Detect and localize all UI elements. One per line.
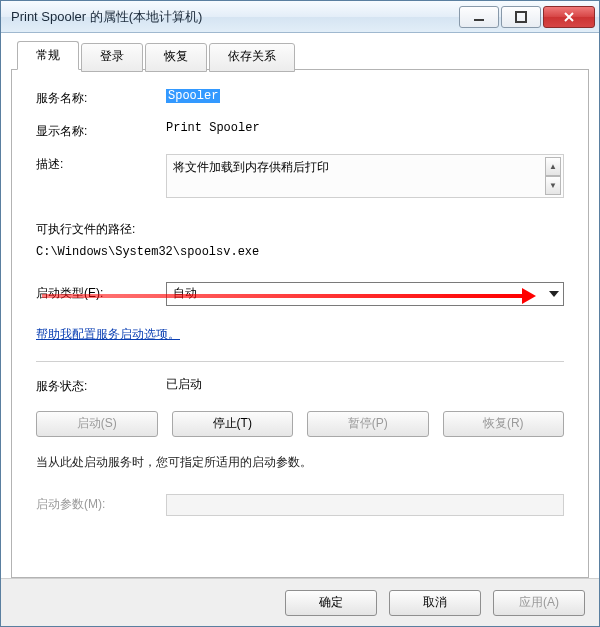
display-name-value: Print Spooler xyxy=(166,121,564,135)
ok-button[interactable]: 确定 xyxy=(285,590,377,616)
chevron-down-icon xyxy=(549,291,559,297)
general-panel: 服务名称: Spooler 显示名称: Print Spooler 描述: 将文… xyxy=(11,69,589,578)
display-name-label: 显示名称: xyxy=(36,121,166,140)
exe-path-value: C:\Windows\System32\spoolsv.exe xyxy=(36,241,564,264)
description-box[interactable]: 将文件加载到内存供稍后打印 ▲ ▼ xyxy=(166,154,564,198)
service-name-value[interactable]: Spooler xyxy=(166,89,220,103)
tab-general[interactable]: 常规 xyxy=(17,41,79,70)
start-params-label: 启动参数(M): xyxy=(36,496,166,513)
titlebar: Print Spooler 的属性(本地计算机) xyxy=(1,1,599,33)
svg-rect-1 xyxy=(516,12,526,22)
cancel-button[interactable]: 取消 xyxy=(389,590,481,616)
service-status-label: 服务状态: xyxy=(36,376,166,395)
properties-dialog: Print Spooler 的属性(本地计算机) 常规 登录 恢复 依存关系 服… xyxy=(0,0,600,627)
close-button[interactable] xyxy=(543,6,595,28)
tab-dependencies[interactable]: 依存关系 xyxy=(209,43,295,72)
exe-path-label: 可执行文件的路径: xyxy=(36,218,564,241)
start-note: 当从此处启动服务时，您可指定所适用的启动参数。 xyxy=(36,453,564,472)
tab-strip: 常规 登录 恢复 依存关系 xyxy=(11,41,589,70)
description-text: 将文件加载到内存供稍后打印 xyxy=(173,160,329,174)
spin-up-icon[interactable]: ▲ xyxy=(545,157,561,176)
service-status-value: 已启动 xyxy=(166,376,564,393)
start-button[interactable]: 启动(S) xyxy=(36,411,158,437)
start-params-input xyxy=(166,494,564,516)
dialog-footer: 确定 取消 应用(A) xyxy=(1,578,599,626)
service-name-label: 服务名称: xyxy=(36,88,166,107)
client-area: 常规 登录 恢复 依存关系 服务名称: Spooler 显示名称: Print … xyxy=(1,33,599,578)
description-label: 描述: xyxy=(36,154,166,173)
resume-button[interactable]: 恢复(R) xyxy=(443,411,565,437)
window-title: Print Spooler 的属性(本地计算机) xyxy=(11,8,457,26)
svg-rect-0 xyxy=(474,19,484,21)
tab-logon[interactable]: 登录 xyxy=(81,43,143,72)
spin-down-icon[interactable]: ▼ xyxy=(545,176,561,195)
startup-type-combo[interactable]: 自动 xyxy=(166,282,564,306)
tab-recovery[interactable]: 恢复 xyxy=(145,43,207,72)
startup-type-label: 启动类型(E): xyxy=(36,285,166,302)
minimize-button[interactable] xyxy=(459,6,499,28)
stop-button[interactable]: 停止(T) xyxy=(172,411,294,437)
startup-type-value: 自动 xyxy=(173,285,197,302)
pause-button[interactable]: 暂停(P) xyxy=(307,411,429,437)
maximize-button[interactable] xyxy=(501,6,541,28)
description-spinner[interactable]: ▲ ▼ xyxy=(545,157,561,195)
help-link[interactable]: 帮助我配置服务启动选项。 xyxy=(36,326,564,343)
divider xyxy=(36,361,564,362)
apply-button[interactable]: 应用(A) xyxy=(493,590,585,616)
